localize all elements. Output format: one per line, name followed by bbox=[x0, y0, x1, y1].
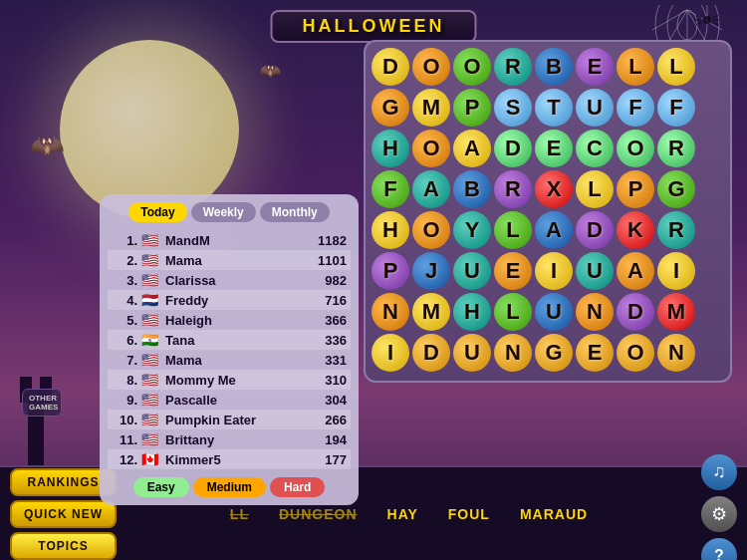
grid-cell[interactable]: O bbox=[412, 48, 450, 86]
grid-cell[interactable]: U bbox=[576, 89, 614, 127]
tab-monthly[interactable]: Monthly bbox=[260, 202, 330, 222]
settings-icon-button[interactable]: ⚙ bbox=[701, 496, 737, 532]
rank-flag: 🇳🇱 bbox=[141, 292, 165, 308]
grid-cell[interactable]: G bbox=[372, 89, 409, 127]
grid-cell[interactable]: G bbox=[657, 170, 695, 208]
found-words-area: LLDUNGEONHAYFOULMARAUD bbox=[126, 506, 691, 522]
grid-row: DOORBELL bbox=[372, 48, 724, 86]
grid-cell[interactable]: M bbox=[657, 293, 695, 331]
grid-cell[interactable]: A bbox=[453, 130, 491, 167]
tab-weekly[interactable]: Weekly bbox=[191, 202, 256, 222]
table-row: 10. 🇺🇸 Pumpkin Eater 266 bbox=[108, 410, 351, 429]
music-icon-button[interactable]: ♫ bbox=[701, 454, 737, 490]
grid-cell[interactable]: R bbox=[657, 130, 695, 167]
difficulty-medium[interactable]: Medium bbox=[193, 477, 266, 497]
grid-cell[interactable]: J bbox=[412, 252, 450, 290]
svg-line-12 bbox=[713, 15, 718, 18]
grid-cell[interactable]: D bbox=[412, 334, 450, 372]
table-row: 4. 🇳🇱 Freddy 716 bbox=[108, 290, 351, 310]
grid-cell[interactable]: A bbox=[412, 170, 450, 208]
topics-button[interactable]: TOPICS bbox=[10, 532, 117, 560]
table-row: 12. 🇨🇦 Kimmer5 177 bbox=[108, 449, 351, 469]
grid-cell[interactable]: I bbox=[657, 252, 695, 290]
grid-cell[interactable]: T bbox=[535, 89, 573, 127]
grid-cell[interactable]: D bbox=[576, 211, 614, 249]
grid-cell[interactable]: G bbox=[535, 334, 573, 372]
grid-cell[interactable]: X bbox=[535, 170, 573, 208]
rank-number: 4. bbox=[112, 293, 141, 308]
grid-cell[interactable]: L bbox=[494, 211, 532, 249]
grid-cell[interactable]: E bbox=[576, 48, 614, 86]
difficulty-hard[interactable]: Hard bbox=[270, 477, 325, 497]
rank-flag: 🇺🇸 bbox=[141, 412, 165, 427]
grid-cell[interactable]: H bbox=[453, 293, 491, 331]
grid-cell[interactable]: I bbox=[372, 334, 409, 372]
grid-cell[interactable]: R bbox=[657, 211, 695, 249]
grid-cell[interactable]: S bbox=[494, 89, 532, 127]
grid-cell[interactable]: R bbox=[494, 170, 532, 208]
grid-cell[interactable]: P bbox=[372, 252, 409, 290]
grid-cell[interactable]: D bbox=[617, 293, 654, 331]
rank-score: 304 bbox=[302, 393, 347, 408]
grid-cell[interactable]: N bbox=[657, 334, 695, 372]
grid-cell[interactable]: R bbox=[494, 48, 532, 86]
grid-cell[interactable]: N bbox=[372, 293, 409, 331]
grid-cell[interactable]: M bbox=[412, 293, 450, 331]
grid-cell[interactable]: M bbox=[412, 89, 450, 127]
right-icons: ♫ ⚙ ? bbox=[691, 446, 747, 561]
grid-cell[interactable]: A bbox=[617, 252, 654, 290]
grid-cell[interactable]: I bbox=[535, 252, 573, 290]
table-row: 6. 🇮🇳 Tana 336 bbox=[108, 330, 351, 350]
grid-cell[interactable]: H bbox=[372, 211, 409, 249]
grid-cell[interactable]: L bbox=[657, 48, 695, 86]
grid-cell[interactable]: U bbox=[576, 252, 614, 290]
rank-name: Haleigh bbox=[165, 313, 302, 328]
grid-cell[interactable]: L bbox=[617, 48, 654, 86]
help-icon-button[interactable]: ? bbox=[701, 538, 737, 561]
grid-cell[interactable]: O bbox=[617, 130, 654, 167]
grid-cell[interactable]: F bbox=[617, 89, 654, 127]
grid-cell[interactable]: O bbox=[412, 130, 450, 167]
tab-today[interactable]: Today bbox=[128, 202, 186, 222]
grid-cell[interactable]: B bbox=[453, 170, 491, 208]
found-word: HAY bbox=[387, 506, 418, 522]
difficulty-easy[interactable]: Easy bbox=[133, 477, 189, 497]
bat-decoration-1: 🦇 bbox=[30, 130, 65, 162]
difficulty-row: Easy Medium Hard bbox=[108, 477, 351, 497]
grid-cell[interactable]: B bbox=[535, 48, 573, 86]
table-row: 11. 🇺🇸 Brittany 194 bbox=[108, 429, 351, 449]
rank-flag: 🇺🇸 bbox=[141, 272, 165, 288]
grid-cell[interactable]: H bbox=[372, 130, 409, 167]
grid-row: FABRXLPG bbox=[372, 170, 724, 208]
grid-cell[interactable]: U bbox=[453, 252, 491, 290]
rank-name: Freddy bbox=[165, 293, 302, 308]
grid-cell[interactable]: P bbox=[617, 170, 654, 208]
grid-cell[interactable]: N bbox=[576, 293, 614, 331]
grid-cell[interactable]: O bbox=[453, 48, 491, 86]
grid-cell[interactable]: O bbox=[412, 211, 450, 249]
grid-cell[interactable]: D bbox=[494, 130, 532, 167]
bat-decoration-2: 🦇 bbox=[259, 60, 281, 82]
grid-cell[interactable]: D bbox=[372, 48, 409, 86]
grid-cell[interactable]: K bbox=[617, 211, 654, 249]
grid-cell[interactable]: L bbox=[494, 293, 532, 331]
quick-new-button[interactable]: QUICK NEW bbox=[10, 500, 117, 528]
grid-cell[interactable]: U bbox=[535, 293, 573, 331]
grid-cell[interactable]: N bbox=[494, 334, 532, 372]
grid-cell[interactable]: Y bbox=[453, 211, 491, 249]
grid-cell[interactable]: P bbox=[453, 89, 491, 127]
other-games-button[interactable]: OTHER GAMES bbox=[22, 389, 62, 417]
grid-cell[interactable]: E bbox=[535, 130, 573, 167]
rankings-panel: Today Weekly Monthly 1. 🇺🇸 MandM 1182 2.… bbox=[100, 194, 359, 505]
grid-row: HOADECOR bbox=[372, 130, 724, 167]
grid-cell[interactable]: L bbox=[576, 170, 614, 208]
grid-cell[interactable]: F bbox=[372, 170, 409, 208]
grid-cell[interactable]: O bbox=[617, 334, 654, 372]
grid-cell[interactable]: U bbox=[453, 334, 491, 372]
grid-cell[interactable]: E bbox=[576, 334, 614, 372]
grid-cell[interactable]: A bbox=[535, 211, 573, 249]
table-row: 5. 🇺🇸 Haleigh 366 bbox=[108, 310, 351, 330]
grid-cell[interactable]: E bbox=[494, 252, 532, 290]
grid-cell[interactable]: F bbox=[657, 89, 695, 127]
grid-cell[interactable]: C bbox=[576, 130, 614, 167]
